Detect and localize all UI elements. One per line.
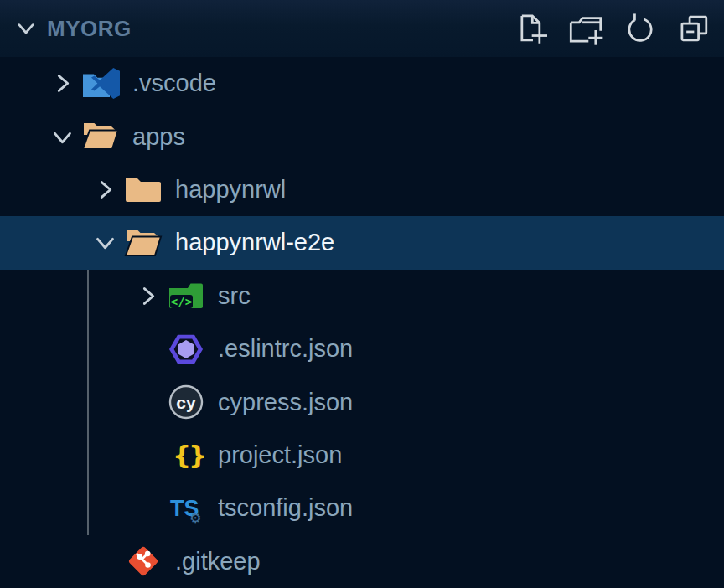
tree-item-label: happynrwl bbox=[175, 176, 286, 204]
chevron-right-icon[interactable] bbox=[86, 171, 123, 208]
chevron-down-icon[interactable] bbox=[44, 118, 80, 155]
explorer-section-header[interactable]: MYORG bbox=[0, 0, 724, 57]
collapse-all-icon bbox=[677, 11, 712, 46]
eslint-icon bbox=[166, 330, 206, 369]
chevron-placeholder bbox=[129, 490, 166, 527]
tree-item-label: project.json bbox=[218, 441, 342, 469]
tree-item-label: .gitkeep bbox=[175, 548, 261, 575]
chevron-placeholder bbox=[129, 436, 166, 473]
tree-item-eslintrc-json[interactable]: .eslintrc.json bbox=[0, 322, 724, 375]
tree-item-cypress-json[interactable]: cycypress.json bbox=[0, 375, 724, 428]
tree-item-gitkeep[interactable]: .gitkeep bbox=[0, 535, 724, 588]
tree-item-label: .vscode bbox=[132, 70, 216, 97]
collapse-all-button[interactable] bbox=[675, 10, 713, 48]
tree-item-label: .eslintrc.json bbox=[218, 335, 353, 363]
chevron-down-icon[interactable] bbox=[86, 224, 123, 261]
tree-item-label: cypress.json bbox=[218, 389, 353, 416]
chevron-placeholder bbox=[86, 543, 123, 580]
tree-item-label: tsconfig.json bbox=[218, 494, 353, 522]
chevron-placeholder bbox=[129, 331, 166, 368]
explorer-panel: MYORG .vscodeappshappynrwlhappynrwl-e2e<… bbox=[0, 0, 724, 588]
tree-item-label: apps bbox=[132, 123, 185, 151]
vscode-folder-icon bbox=[80, 64, 121, 103]
tree-item-happynrwl-e2e[interactable]: happynrwl-e2e bbox=[0, 216, 724, 269]
tree-item-label: src bbox=[218, 282, 251, 310]
new-folder-button[interactable] bbox=[566, 10, 604, 48]
chevron-right-icon[interactable] bbox=[44, 65, 80, 102]
tree-item-src[interactable]: </>src bbox=[0, 270, 724, 322]
file-tree: .vscodeappshappynrwlhappynrwl-e2e</>src.… bbox=[0, 57, 724, 588]
new-folder-icon bbox=[568, 11, 603, 46]
typescript-icon: TS⚙ bbox=[166, 489, 206, 528]
tree-item-tsconfig-json[interactable]: TS⚙tsconfig.json bbox=[0, 482, 724, 534]
svg-text:⚙: ⚙ bbox=[189, 510, 201, 526]
new-file-button[interactable] bbox=[512, 10, 550, 48]
git-icon bbox=[123, 542, 163, 580]
cypress-icon: cy bbox=[166, 383, 206, 421]
tree-item-label: happynrwl-e2e bbox=[175, 229, 334, 256]
folder-src-icon: </> bbox=[166, 276, 206, 315]
chevron-placeholder bbox=[129, 384, 166, 420]
svg-text:cy: cy bbox=[176, 393, 196, 412]
tree-item-project-json[interactable]: {}project.json bbox=[0, 429, 724, 482]
svg-text:</>: </> bbox=[171, 295, 192, 308]
tree-item-happynrwl[interactable]: happynrwl bbox=[0, 163, 724, 216]
section-chevron-down-icon[interactable] bbox=[12, 14, 40, 43]
refresh-button[interactable] bbox=[621, 10, 659, 48]
svg-text:}: } bbox=[189, 440, 205, 470]
json-braces-icon: {} bbox=[166, 436, 206, 474]
section-title: MYORG bbox=[47, 16, 132, 42]
tree-item-vscode[interactable]: .vscode bbox=[0, 57, 724, 110]
new-file-icon bbox=[514, 11, 549, 46]
indent-guide bbox=[87, 270, 89, 535]
folder-open-icon bbox=[80, 117, 121, 156]
folder-closed-icon bbox=[123, 170, 163, 209]
tree-item-apps[interactable]: apps bbox=[0, 110, 724, 162]
chevron-right-icon[interactable] bbox=[129, 277, 166, 314]
folder-open-icon bbox=[123, 224, 163, 262]
refresh-icon bbox=[623, 11, 658, 46]
explorer-actions bbox=[512, 10, 724, 48]
